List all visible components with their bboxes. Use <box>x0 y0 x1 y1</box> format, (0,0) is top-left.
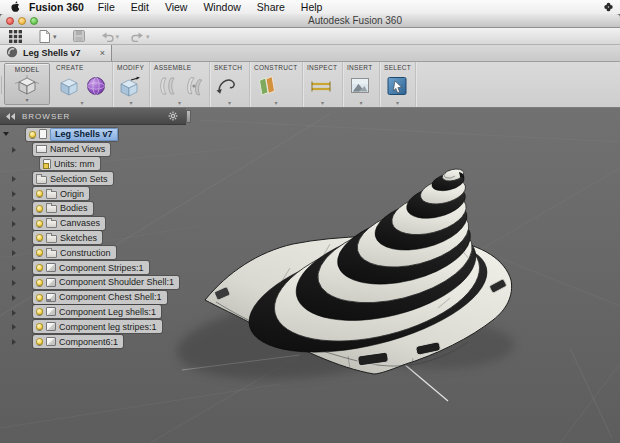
browser-item-chip[interactable]: Origin <box>33 187 89 200</box>
browser-item-component-leg-stripes-1[interactable]: Component leg stripes:1 <box>0 319 179 334</box>
browser-item-construction[interactable]: Construction <box>0 245 179 260</box>
browser-item-chip[interactable]: Bodies <box>33 202 93 215</box>
browser-item-component-stripes-1[interactable]: Component Stripes:1 <box>0 260 179 275</box>
menu-item-view[interactable]: View <box>157 1 196 13</box>
browser-item-chip[interactable]: Component leg stripes:1 <box>33 320 162 333</box>
expand-arrow-icon[interactable] <box>12 176 16 182</box>
visibility-bulb-icon[interactable] <box>36 249 43 256</box>
window-titlebar[interactable]: Autodesk Fusion 360 <box>0 14 620 28</box>
insert-image-icon[interactable] <box>348 74 372 98</box>
expand-arrow-icon[interactable] <box>12 236 16 242</box>
browser-item-chip[interactable]: Component6:1 <box>33 335 123 348</box>
menu-item-help[interactable]: Help <box>293 1 331 13</box>
browser-item-chip[interactable]: Component Stripes:1 <box>33 261 149 274</box>
expand-arrow-icon[interactable] <box>12 324 16 330</box>
status-icon[interactable] <box>603 2 614 12</box>
expand-arrow-icon[interactable] <box>12 191 16 197</box>
expand-arrow-icon[interactable] <box>12 339 16 345</box>
menu-item-share[interactable]: Share <box>249 1 293 13</box>
visibility-bulb-icon[interactable] <box>36 279 43 286</box>
visibility-bulb-icon[interactable] <box>36 190 43 197</box>
apple-icon[interactable] <box>10 1 20 13</box>
menu-item-window[interactable]: Window <box>195 1 248 13</box>
joint-icon[interactable] <box>155 74 179 98</box>
visibility-bulb-icon[interactable] <box>36 264 43 271</box>
visibility-bulb-icon[interactable] <box>36 294 43 301</box>
ribbon-group-caret-select[interactable]: ▾ <box>380 100 415 107</box>
expand-arrow-icon[interactable] <box>12 265 16 271</box>
expand-arrow-icon[interactable] <box>12 250 16 256</box>
expand-arrow-icon[interactable] <box>12 310 16 316</box>
visibility-bulb-icon[interactable] <box>36 308 43 315</box>
expand-arrow-icon[interactable] <box>12 280 16 286</box>
expand-arrow-icon[interactable] <box>12 295 16 301</box>
collapse-panel-icon[interactable] <box>6 113 15 120</box>
tab-close-button[interactable]: × <box>100 49 105 58</box>
browser-item-chip[interactable]: Canvases <box>33 217 105 230</box>
app-grid-icon[interactable] <box>7 29 24 44</box>
ribbon-group-caret-sketch[interactable]: ▾ <box>210 100 249 107</box>
form-sphere-icon[interactable] <box>84 74 108 98</box>
browser-item-sketches[interactable]: Sketches <box>0 231 179 246</box>
expand-arrow-icon[interactable] <box>12 206 16 212</box>
undo-icon[interactable]: ▾ <box>99 29 122 44</box>
new-design-icon[interactable]: ▾ <box>37 29 59 44</box>
browser-item-chip[interactable]: Selection Sets <box>33 172 113 185</box>
browser-item-chip[interactable]: Units: mm <box>40 157 100 170</box>
browser-item-chip[interactable]: Named Views <box>33 143 110 156</box>
browser-item-chip[interactable]: Component Shoulder Shell:1 <box>33 276 179 289</box>
measure-icon[interactable] <box>308 74 332 98</box>
browser-item-chip[interactable]: Construction <box>33 246 116 259</box>
select-icon[interactable] <box>385 74 409 98</box>
ribbon-group-caret-modify[interactable]: ▾ <box>113 100 149 107</box>
viewport-canvas[interactable]: BROWSER Leg Shells v7Named ViewsUnits: m… <box>0 108 620 443</box>
visibility-bulb-icon[interactable] <box>29 131 36 138</box>
browser-item-leg-shells-v7[interactable]: Leg Shells v7 <box>0 127 179 142</box>
zoom-button[interactable] <box>30 17 38 25</box>
visibility-bulb-icon[interactable] <box>36 205 43 212</box>
panel-resize-handle[interactable] <box>186 110 191 123</box>
browser-item-named-views[interactable]: Named Views <box>0 142 179 157</box>
ribbon-group-caret-insert[interactable]: ▾ <box>343 100 379 107</box>
gear-icon[interactable] <box>168 111 178 121</box>
ribbon-group-caret-construct[interactable]: ▾ <box>250 100 302 107</box>
browser-item-component6-1[interactable]: Component6:1 <box>0 334 179 349</box>
browser-item-component-leg-shells-1[interactable]: Component Leg shells:1 <box>0 305 179 320</box>
expand-arrow-open-icon[interactable] <box>3 132 9 136</box>
visibility-bulb-icon[interactable] <box>36 338 43 345</box>
visibility-bulb-icon[interactable] <box>36 220 43 227</box>
browser-item-chip[interactable]: Component Chest Shell:1 <box>33 291 167 304</box>
close-button[interactable] <box>6 17 14 25</box>
expand-arrow-icon[interactable] <box>12 147 16 153</box>
browser-item-units-mm[interactable]: Units: mm <box>0 157 179 172</box>
save-icon[interactable] <box>71 29 87 44</box>
menu-item-edit[interactable]: Edit <box>123 1 157 13</box>
browser-item-chip[interactable]: Sketches <box>33 231 102 244</box>
model-workspace-button[interactable]: MODEL ▾ <box>4 63 50 105</box>
menu-item-file[interactable]: File <box>90 1 123 13</box>
browser-item-chip[interactable]: Component Leg shells:1 <box>33 305 161 318</box>
visibility-bulb-icon[interactable] <box>36 323 43 330</box>
browser-item-bodies[interactable]: Bodies <box>0 201 179 216</box>
expand-arrow-icon[interactable] <box>12 221 16 227</box>
model-workspace-caret[interactable]: ▾ <box>5 97 49 104</box>
press-pull-icon[interactable] <box>118 74 142 98</box>
construct-plane-icon[interactable] <box>255 74 279 98</box>
box-primitive-icon[interactable] <box>57 74 81 98</box>
browser-item-canvases[interactable]: Canvases <box>0 216 179 231</box>
ribbon-group-caret-assemble[interactable]: ▾ <box>150 100 209 107</box>
redo-icon[interactable]: ▾ <box>129 29 152 44</box>
menu-app-name[interactable]: Fusion 360 <box>29 1 84 13</box>
ribbon-group-caret-create[interactable]: ▾ <box>52 100 112 107</box>
browser-item-component-chest-shell-1[interactable]: Component Chest Shell:1 <box>0 290 179 305</box>
minimize-button[interactable] <box>18 17 26 25</box>
ribbon-group-caret-inspect[interactable]: ▾ <box>303 100 342 107</box>
document-tab[interactable]: Leg Shells v7 × <box>0 45 112 61</box>
visibility-bulb-icon[interactable] <box>36 234 43 241</box>
create-sketch-icon[interactable] <box>215 74 239 98</box>
browser-item-component-shoulder-shell-1[interactable]: Component Shoulder Shell:1 <box>0 275 179 290</box>
browser-item-selection-sets[interactable]: Selection Sets <box>0 171 179 186</box>
as-built-joint-icon[interactable] <box>182 74 206 98</box>
browser-item-chip[interactable]: Leg Shells v7 <box>26 128 118 141</box>
browser-item-origin[interactable]: Origin <box>0 186 179 201</box>
